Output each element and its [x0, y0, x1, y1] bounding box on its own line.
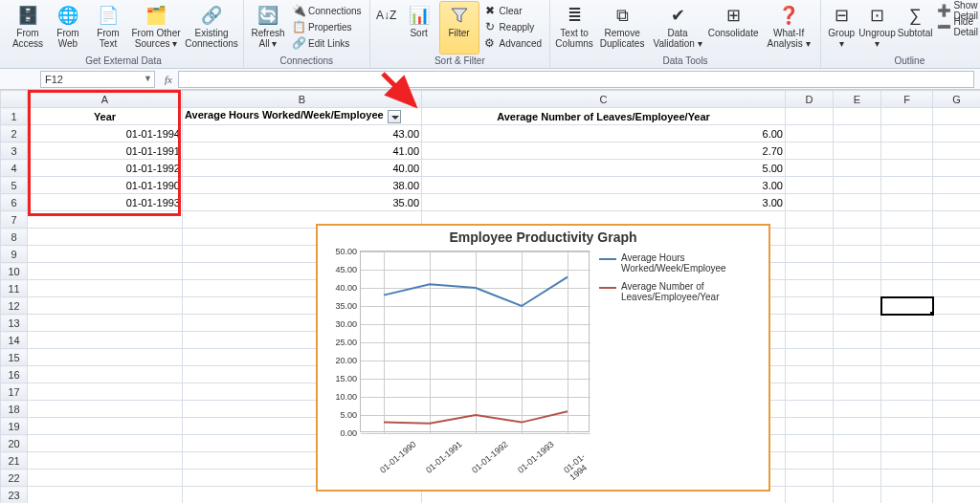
ungroup-button[interactable]: ⊡Ungroup ▾ — [858, 1, 896, 55]
cell-A2[interactable]: 01-01-1994 — [28, 125, 183, 142]
row-header-11[interactable]: 11 — [1, 280, 28, 297]
from-web-button[interactable]: 🌐From Web — [48, 1, 88, 55]
col-header-D[interactable]: D — [786, 91, 834, 108]
cell-A3[interactable]: 01-01-1991 — [28, 142, 183, 160]
row-header-22[interactable]: 22 — [1, 470, 28, 487]
row-header-20[interactable]: 20 — [1, 435, 28, 452]
row-header-4[interactable]: 4 — [1, 160, 28, 177]
select-all-corner[interactable] — [1, 91, 28, 108]
formula-bar-input[interactable] — [178, 71, 974, 88]
row-header-14[interactable]: 14 — [1, 332, 28, 349]
spreadsheet-grid: A B C D E F G 1 Year Average Hours Worke… — [0, 90, 980, 503]
show-detail-icon: ➕ — [937, 4, 950, 17]
cell-B3[interactable]: 41.00 — [183, 142, 422, 160]
hide-detail-button[interactable]: ➖Hide Detail — [933, 19, 980, 34]
chart-title: Employee Productivity Graph — [318, 226, 768, 247]
cell-A5[interactable]: 01-01-1990 — [28, 177, 183, 194]
refresh-all-button[interactable]: 🔄Refresh All ▾ — [248, 1, 288, 55]
row-header-10[interactable]: 10 — [1, 263, 28, 280]
row-header-1[interactable]: 1 — [1, 108, 28, 125]
cell-C5[interactable]: 3.00 — [422, 177, 786, 194]
funnel-icon — [448, 4, 471, 27]
ribbon-group-external-data: 🗄️From Access 🌐From Web 📄From Text 🗂️Fro… — [4, 0, 244, 68]
cell-G1[interactable] — [933, 108, 981, 125]
what-if-icon: ❓ — [777, 4, 800, 27]
row-header-2[interactable]: 2 — [1, 125, 28, 142]
legend-label-1: Average Hours Worked/Week/Employee — [621, 252, 743, 273]
text-to-columns-button[interactable]: ≣Text to Columns — [554, 1, 594, 55]
consolidate-button[interactable]: ⊞Consolidate — [705, 1, 761, 55]
existing-connections-button[interactable]: 🔗Existing Connections — [184, 1, 239, 55]
sort-button[interactable]: 📊Sort — [399, 1, 439, 55]
col-header-F[interactable]: F — [881, 91, 933, 108]
row-header-21[interactable]: 21 — [1, 452, 28, 470]
cell-B6[interactable]: 35.00 — [183, 194, 422, 211]
row-header-18[interactable]: 18 — [1, 401, 28, 418]
ribbon-group-data-tools: ≣Text to Columns ⧉Remove Duplicates ✔Dat… — [550, 0, 821, 68]
col-header-A[interactable]: A — [28, 91, 183, 108]
filter-dropdown-B[interactable] — [388, 110, 401, 123]
cell-C1[interactable]: Average Number of Leaves/Employee/Year — [422, 108, 786, 125]
cell-C4[interactable]: 5.00 — [422, 160, 786, 177]
cell-A4[interactable]: 01-01-1992 — [28, 160, 183, 177]
cell-C3[interactable]: 2.70 — [422, 142, 786, 160]
cell-B1[interactable]: Average Hours Worked/Week/Employee — [183, 108, 422, 125]
embedded-chart[interactable]: Employee Productivity Graph 0.005.0010.0… — [316, 224, 770, 492]
sort-az-button[interactable]: A↓Z — [374, 1, 399, 55]
row-header-15[interactable]: 15 — [1, 349, 28, 366]
properties-button[interactable]: 📋Properties — [288, 19, 366, 34]
legend-entry-2: Average Number of Leaves/Employee/Year — [599, 281, 743, 302]
cell-F1[interactable] — [881, 108, 933, 125]
connections-small-items: 🔌Connections 📋Properties 🔗Edit Links — [288, 1, 366, 51]
chevron-down-icon[interactable]: ▼ — [144, 74, 152, 83]
cell-B2[interactable]: 43.00 — [183, 125, 422, 142]
connections-icon: 🔌 — [292, 4, 305, 17]
col-header-G[interactable]: G — [933, 91, 981, 108]
row-header-16[interactable]: 16 — [1, 366, 28, 383]
from-text-button[interactable]: 📄From Text — [88, 1, 128, 55]
edit-links-icon: 🔗 — [292, 36, 305, 50]
connections-button[interactable]: 🔌Connections — [288, 3, 366, 18]
group-button[interactable]: ⊟Group ▾ — [825, 1, 858, 55]
sort-az-icon: A↓Z — [375, 4, 398, 27]
row-header-12[interactable]: 12 — [1, 297, 28, 315]
web-icon: 🌐 — [56, 4, 79, 27]
remove-duplicates-button[interactable]: ⧉Remove Duplicates — [594, 1, 650, 55]
cell-E1[interactable] — [834, 108, 881, 125]
what-if-button[interactable]: ❓What-If Analysis ▾ — [761, 1, 816, 55]
reapply-button[interactable]: ↻Reapply — [479, 19, 546, 34]
cell-D1[interactable] — [786, 108, 834, 125]
cell-A1[interactable]: Year — [28, 108, 183, 125]
row-header-7[interactable]: 7 — [1, 211, 28, 229]
cell-C6[interactable]: 3.00 — [422, 194, 786, 211]
row-header-6[interactable]: 6 — [1, 194, 28, 211]
cell-B4[interactable]: 40.00 — [183, 160, 422, 177]
data-validation-button[interactable]: ✔Data Validation ▾ — [650, 1, 705, 55]
col-header-C[interactable]: C — [422, 91, 786, 108]
chart-legend: Average Hours Worked/Week/Employee Avera… — [590, 247, 743, 310]
ungroup-icon: ⊡ — [866, 4, 889, 27]
row-header-9[interactable]: 9 — [1, 246, 28, 263]
cell-F12-selected[interactable] — [881, 297, 933, 315]
row-header-3[interactable]: 3 — [1, 142, 28, 160]
from-other-sources-button[interactable]: 🗂️From Other Sources ▾ — [128, 1, 184, 55]
row-header-5[interactable]: 5 — [1, 177, 28, 194]
advanced-filter-button[interactable]: ⚙Advanced — [479, 35, 546, 51]
row-header-23[interactable]: 23 — [1, 487, 28, 504]
row-header-19[interactable]: 19 — [1, 418, 28, 435]
fx-icon[interactable]: fx — [159, 74, 178, 85]
edit-links-button[interactable]: 🔗Edit Links — [288, 35, 366, 51]
from-access-button[interactable]: 🗄️From Access — [8, 1, 48, 55]
filter-button[interactable]: Filter — [439, 1, 479, 55]
name-box[interactable]: F12 ▼ — [40, 71, 155, 88]
row-header-17[interactable]: 17 — [1, 383, 28, 401]
clear-filter-button[interactable]: ✖Clear — [479, 3, 546, 18]
cell-C2[interactable]: 6.00 — [422, 125, 786, 142]
col-header-E[interactable]: E — [834, 91, 881, 108]
col-header-B[interactable]: B — [183, 91, 422, 108]
row-header-13[interactable]: 13 — [1, 315, 28, 332]
cell-B5[interactable]: 38.00 — [183, 177, 422, 194]
cell-A6[interactable]: 01-01-1993 — [28, 194, 183, 211]
subtotal-button[interactable]: ∑Subtotal — [897, 1, 934, 55]
row-header-8[interactable]: 8 — [1, 229, 28, 246]
